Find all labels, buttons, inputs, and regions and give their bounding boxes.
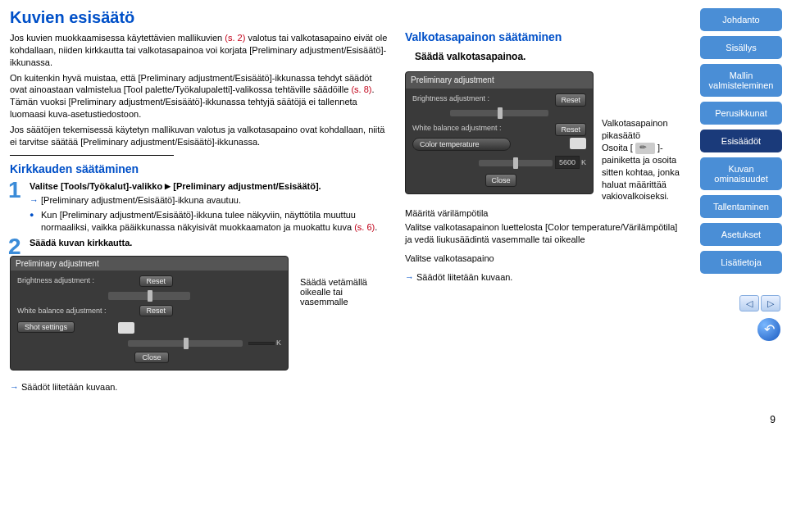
wb-reset-button[interactable]: Reset bbox=[139, 305, 174, 316]
step-1-title-a: Valitse [Tools/Työkalut]-valikko bbox=[30, 181, 165, 191]
sidebar-item-esisaadot[interactable]: Esisäädöt bbox=[700, 130, 782, 152]
intro-p2-a: On kuitenkin hyvä muistaa, että [Prelimi… bbox=[10, 73, 371, 95]
step-1-note-a: Kun [Preliminary adjustment/Esisäätö]-ik… bbox=[41, 210, 356, 232]
panel2-title: Preliminary adjustment bbox=[406, 72, 593, 89]
wb-label-2: White balance adjustment : bbox=[412, 124, 502, 132]
color-temp-heading: Määritä värilämpötila bbox=[405, 207, 685, 220]
sidebar-item-kuvan[interactable]: Kuvan ominaisuudet bbox=[700, 157, 782, 190]
intro-p2: On kuitenkin hyvä muistaa, että [Prelimi… bbox=[10, 72, 390, 120]
close-button[interactable]: Close bbox=[134, 352, 168, 363]
brightness-label: Brightness adjustment : bbox=[17, 276, 132, 284]
brightness-reset-button[interactable]: Reset bbox=[139, 275, 174, 287]
step-1-note-ref[interactable]: (s. 6) bbox=[354, 222, 375, 232]
section2-sub: Säädä valkotasapainoa. bbox=[415, 50, 685, 63]
section1-heading: Kirkkauden säätäminen bbox=[10, 162, 390, 175]
sidebar: Johdanto Sisällys Mallin valmisteleminen… bbox=[695, 0, 787, 404]
slider-annotation: Säädä vetämällä oikealle tai vasemmalle bbox=[300, 277, 390, 307]
section2-result: Säädöt liitetään kuvaan. bbox=[405, 271, 685, 284]
wb-label: White balance adjustment : bbox=[17, 307, 132, 315]
step-2-title: Säädä kuvan kirkkautta. bbox=[30, 237, 390, 249]
nav-back-button[interactable]: ↶ bbox=[757, 318, 780, 341]
wb-slider-2[interactable] bbox=[479, 160, 553, 166]
step-1-note: Kun [Preliminary adjustment/Esisäätö]-ik… bbox=[30, 209, 390, 234]
wb-reset-button-2[interactable]: Reset bbox=[555, 123, 586, 136]
section2-heading: Valkotasapainon säätäminen bbox=[405, 30, 685, 45]
step-1-title-b: [Preliminary adjustment/Esisäätö]. bbox=[171, 181, 321, 191]
step-1-number: 1 bbox=[8, 177, 21, 203]
sidebar-item-sisallys[interactable]: Sisällys bbox=[700, 36, 782, 59]
nav-next-button[interactable]: ▷ bbox=[761, 295, 780, 311]
intro-p3: Jos säätöjen tekemisessä käytetyn mallik… bbox=[10, 124, 390, 148]
step-1: 1 Valitse [Tools/Työkalut]-valikko ▶ [Pr… bbox=[13, 180, 390, 234]
quick-wb-h: Valkotasapainon pikasäätö bbox=[602, 118, 668, 140]
quick-wb-a: Osoita [ bbox=[602, 143, 635, 152]
step-2: 2 Säädä kuvan kirkkautta. bbox=[13, 237, 390, 249]
sidebar-item-asetukset[interactable]: Asetukset bbox=[700, 223, 782, 246]
sidebar-item-tallentaminen[interactable]: Tallentaminen bbox=[700, 195, 782, 218]
step-2-number: 2 bbox=[8, 234, 21, 260]
step-1-title: Valitse [Tools/Työkalut]-valikko ▶ [Prel… bbox=[30, 180, 390, 193]
preliminary-adjustment-panel-2: Preliminary adjustment Brightness adjust… bbox=[405, 71, 594, 194]
intro-p1-ref[interactable]: (s. 2) bbox=[225, 33, 245, 43]
kelvin-unit: K bbox=[276, 339, 281, 347]
eyedropper-button-2[interactable] bbox=[570, 138, 586, 149]
brightness-label-2: Brightness adjustment : bbox=[412, 94, 489, 102]
intro-p1: Jos kuvien muokkaamisessa käytettävien m… bbox=[10, 32, 390, 69]
page-title: Kuvien esisäätö bbox=[10, 8, 390, 27]
kelvin-value bbox=[248, 342, 275, 345]
panel-title: Preliminary adjustment bbox=[11, 257, 288, 271]
kelvin-unit-2: K bbox=[581, 158, 586, 166]
sidebar-item-perusikkunat[interactable]: Perusikkunat bbox=[700, 102, 782, 125]
wb-slider[interactable] bbox=[128, 340, 243, 347]
page-number: 9 bbox=[0, 404, 787, 430]
kelvin-value-2: 5600 bbox=[555, 156, 580, 169]
eyedropper-button[interactable] bbox=[118, 322, 134, 334]
select-wb-caption: Valitse valkotasapaino bbox=[405, 252, 685, 265]
brightness-reset-button-2[interactable]: Reset bbox=[555, 93, 586, 107]
wb-select[interactable]: Color temperature bbox=[412, 138, 511, 151]
color-temp-body: Valitse valkotasapainon luettelosta [Col… bbox=[405, 221, 685, 246]
shot-settings-select[interactable]: Shot settings bbox=[17, 321, 75, 333]
intro-p1-a: Jos kuvien muokkaamisessa käytettävien m… bbox=[10, 33, 225, 43]
brightness-slider[interactable] bbox=[108, 292, 190, 300]
step-2-result: Säädöt liitetään kuvaan. bbox=[10, 381, 390, 393]
sidebar-item-lisatietoja[interactable]: Lisätietoja bbox=[700, 251, 782, 274]
step-1-note-b: . bbox=[375, 222, 377, 232]
sidebar-item-johdanto[interactable]: Johdanto bbox=[700, 8, 782, 31]
sidebar-item-mallin[interactable]: Mallin valmisteleminen bbox=[700, 64, 782, 97]
divider bbox=[10, 155, 174, 156]
brightness-slider-2[interactable] bbox=[450, 110, 548, 116]
step-1-result: [Preliminary adjustment/Esisäätö]-ikkuna… bbox=[30, 194, 390, 207]
preliminary-adjustment-panel: Preliminary adjustment Brightness adjust… bbox=[10, 256, 289, 371]
close-button-2[interactable]: Close bbox=[485, 174, 516, 187]
nav-prev-button[interactable]: ◁ bbox=[739, 295, 759, 311]
eyedropper-icon bbox=[635, 143, 655, 154]
intro-p2-ref[interactable]: (s. 8) bbox=[351, 84, 371, 94]
